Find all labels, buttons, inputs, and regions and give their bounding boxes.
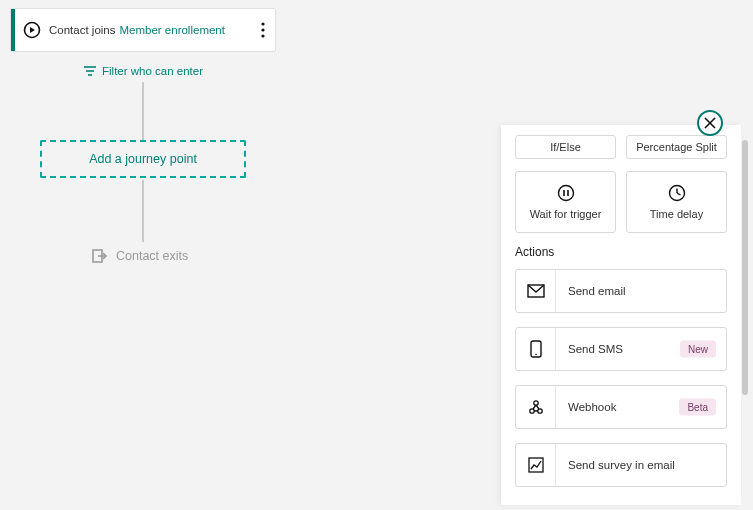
segment-link[interactable]: Member enrollement (119, 24, 224, 36)
survey-icon (516, 444, 556, 486)
close-panel-button[interactable] (697, 110, 723, 136)
start-card[interactable]: Contact joins Member enrollement (10, 8, 276, 52)
svg-point-3 (261, 28, 264, 31)
phone-icon (516, 328, 556, 370)
rule-time-delay[interactable]: Time delay (626, 171, 727, 233)
svg-line-17 (677, 193, 681, 195)
svg-point-23 (533, 401, 537, 405)
rule-percentage-split[interactable]: Percentage Split (626, 135, 727, 159)
start-text: Contact joins Member enrollement (49, 24, 251, 36)
contact-exits: Contact exits (92, 248, 188, 264)
rule-label: Time delay (650, 208, 703, 220)
action-label: Send email (556, 285, 726, 297)
rule-if-else[interactable]: If/Else (515, 135, 616, 159)
action-send-sms[interactable]: Send SMS New (515, 327, 727, 371)
rule-label: Percentage Split (636, 141, 717, 153)
webhook-icon (516, 386, 556, 428)
close-icon (704, 117, 716, 129)
add-point-label: Add a journey point (89, 152, 197, 166)
filter-icon (84, 66, 96, 76)
svg-point-21 (529, 409, 533, 413)
svg-point-20 (535, 354, 537, 356)
connector-line (142, 82, 144, 140)
actions-section-title: Actions (515, 245, 727, 259)
svg-point-22 (537, 409, 541, 413)
filter-label: Filter who can enter (102, 65, 203, 77)
action-webhook[interactable]: Webhook Beta (515, 385, 727, 429)
rule-label: Wait for trigger (530, 208, 602, 220)
svg-rect-24 (529, 458, 543, 472)
add-journey-point-button[interactable]: Add a journey point (40, 140, 246, 178)
svg-marker-1 (30, 27, 35, 33)
beta-badge: Beta (679, 399, 716, 416)
exit-icon (92, 248, 108, 264)
rule-label: If/Else (550, 141, 581, 153)
connector-line (142, 180, 144, 242)
action-label: Send survey in email (556, 459, 726, 471)
action-send-email[interactable]: Send email (515, 269, 727, 313)
exit-label: Contact exits (116, 249, 188, 263)
play-icon (15, 9, 49, 51)
panel-scrollbar[interactable] (742, 140, 748, 395)
mail-icon (516, 270, 556, 312)
contact-joins-label: Contact joins (49, 24, 115, 36)
journey-point-panel: If/Else Percentage Split Wait for trigge… (501, 125, 741, 505)
new-badge: New (680, 341, 716, 358)
pause-icon (557, 184, 575, 202)
svg-point-12 (558, 186, 573, 201)
more-icon[interactable] (251, 9, 275, 51)
filter-link[interactable]: Filter who can enter (84, 65, 203, 77)
rule-wait-for-trigger[interactable]: Wait for trigger (515, 171, 616, 233)
clock-icon (668, 184, 686, 202)
svg-point-2 (261, 22, 264, 25)
action-send-survey[interactable]: Send survey in email (515, 443, 727, 487)
svg-point-4 (261, 34, 264, 37)
